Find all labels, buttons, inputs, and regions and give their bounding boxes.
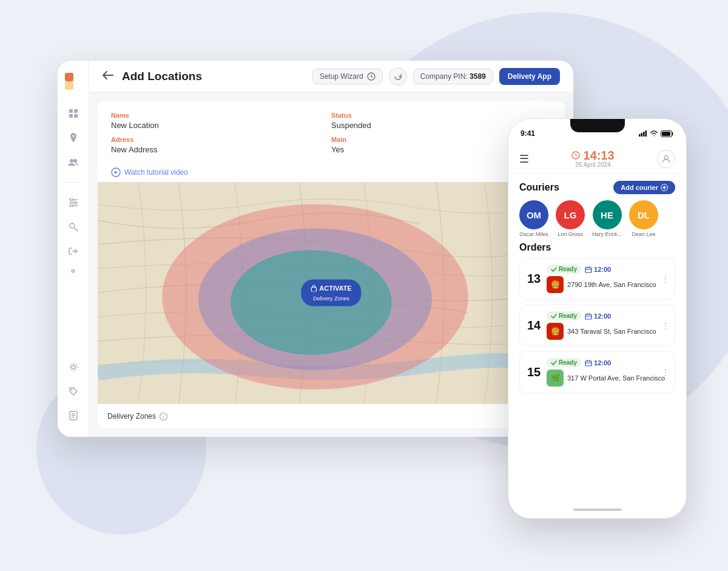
add-courier-button[interactable]: Add courier (613, 181, 675, 194)
courier-name-he: Hary Erick... (592, 231, 622, 237)
home-indicator (573, 508, 622, 511)
ready-label-15: Ready (559, 359, 577, 366)
couriers-header: Couriers Add courier (519, 181, 675, 194)
time-badge-14: 12:00 (585, 313, 611, 320)
header-actions: Setup Wizard Company PIN: 3589 Delivety … (312, 67, 560, 86)
courier-item[interactable]: OM Oscar Miles (519, 200, 548, 237)
sidebar-icon-book[interactable] (63, 405, 84, 426)
order-address-14: 343 Taraval St, San Francisco (567, 328, 656, 335)
tablet-main: Add Locations Setup Wizard Company PIN: … (89, 61, 573, 437)
order-address-15: 317 W Portal Ave, San Francisco (567, 374, 665, 382)
svg-rect-26 (645, 130, 647, 137)
battery-icon (661, 130, 674, 137)
sidebar-icon-people[interactable] (63, 152, 84, 172)
ready-badge-13: Ready (547, 265, 581, 274)
svg-rect-1 (65, 81, 73, 90)
order-more-13[interactable]: ⋮ (661, 274, 670, 284)
back-button[interactable] (103, 71, 113, 82)
courier-name-dl: Dean Lee (632, 231, 655, 237)
order-card-13[interactable]: 13 Ready 12:00 🍔 2790 19th Ave, San Fran… (519, 258, 675, 300)
phone-time-display: 14:13 26 April 2024 (571, 149, 614, 168)
order-card-14[interactable]: 14 Ready 12:00 🍔 343 Taraval St, San Fra… (519, 305, 675, 346)
page-title: Add Locations (122, 70, 304, 83)
delivery-app-button[interactable]: Delivety App (499, 68, 560, 85)
tablet-header: Add Locations Setup Wizard Company PIN: … (89, 61, 573, 92)
add-courier-label: Add courier (621, 184, 658, 191)
svg-point-11 (70, 223, 75, 228)
pin-label: Company PIN: (420, 72, 468, 81)
courier-avatar-lg: LG (556, 200, 585, 229)
orders-title: Orders (519, 242, 675, 253)
svg-rect-3 (74, 109, 78, 113)
watch-tutorial-link[interactable]: Watch tutorial video (98, 166, 565, 182)
tablet: Add Locations Setup Wizard Company PIN: … (58, 61, 573, 437)
courier-avatar-om: OM (519, 200, 548, 229)
couriers-list: OM Oscar Miles LG Lori Gross HE Hary Eri… (519, 200, 675, 237)
order-info-14: Ready 12:00 🍔 343 Taraval St, San Franci… (547, 311, 667, 340)
svg-rect-28 (662, 132, 670, 136)
clock-icon (571, 151, 580, 160)
activate-delivery-zones-button[interactable]: ACTIVATE Delivery Zones (301, 279, 361, 306)
courier-item-dl[interactable]: DL Dean Lee (629, 200, 658, 237)
address-value: New Address (111, 145, 331, 154)
order-more-15[interactable]: ⋮ (661, 368, 670, 377)
svg-point-10 (70, 204, 73, 207)
sidebar-icon-settings[interactable] (63, 357, 84, 377)
order-info-13: Ready 12:00 🍔 2790 19th Ave, San Francis… (547, 265, 667, 293)
svg-rect-4 (69, 114, 73, 118)
order-icon-14: 🍔 (547, 323, 564, 340)
wizard-label: Setup Wizard (320, 72, 363, 81)
phone-bottom-bar (508, 501, 686, 518)
sidebar-icon-key[interactable] (63, 217, 84, 237)
phone-date: 26 April 2024 (571, 161, 614, 168)
svg-rect-23 (639, 134, 641, 137)
delivery-zones-text: Delivery Zones (107, 412, 156, 421)
sidebar-icon-exit[interactable] (63, 241, 84, 262)
name-value: New Location (111, 121, 331, 130)
time-label-13: 12:00 (594, 266, 611, 273)
svg-point-9 (74, 201, 76, 204)
order-icon-15: 🌿 (547, 370, 564, 387)
courier-avatar-he: HE (593, 200, 622, 229)
name-field: Name New Location (111, 112, 331, 136)
order-number-13: 13 (527, 272, 542, 286)
svg-rect-2 (69, 109, 73, 113)
phone-header: ☰ 14:13 26 April 2024 (508, 143, 686, 174)
svg-rect-5 (74, 114, 78, 118)
sidebar-divider (65, 182, 82, 183)
user-avatar[interactable] (657, 150, 675, 168)
tutorial-label: Watch tutorial video (124, 168, 188, 177)
time-badge-13: 12:00 (585, 266, 611, 273)
tablet-content: Name New Location Status Suspended Adres… (98, 101, 565, 428)
order-bottom-13: 🍔 2790 19th Ave, San Francisco (547, 276, 667, 293)
map-area: ACTIVATE Delivery Zones (98, 182, 565, 404)
setup-wizard-button[interactable]: Setup Wizard (312, 69, 383, 84)
order-more-14[interactable]: ⋮ (661, 321, 670, 331)
sidebar-icon-tag[interactable] (63, 381, 84, 402)
svg-point-8 (70, 198, 73, 201)
courier-item-lg[interactable]: LG Lori Gross (556, 200, 585, 237)
svg-point-6 (70, 159, 73, 163)
time-badge-15: 12:00 (585, 359, 611, 367)
couriers-section: Couriers Add courier OM Oscar Miles LG L… (508, 174, 686, 242)
sidebar-icon-grid[interactable] (63, 103, 84, 124)
order-bottom-15: 🌿 317 W Portal Ave, San Francisco (547, 370, 667, 387)
svg-rect-21 (311, 288, 316, 292)
order-card-15[interactable]: 15 Ready 12:00 🌿 317 W Portal Ave, San F… (519, 351, 675, 393)
svg-rect-24 (641, 133, 643, 137)
status-label: Status (331, 112, 551, 119)
sidebar-icon-location[interactable] (63, 127, 84, 148)
sidebar-icon-sliders[interactable] (63, 192, 84, 213)
courier-item-he[interactable]: HE Hary Erick... (592, 200, 622, 237)
phone-notch (570, 119, 625, 132)
name-label: Name (111, 112, 331, 119)
svg-point-12 (72, 365, 75, 369)
svg-rect-0 (65, 73, 73, 81)
refresh-button[interactable] (389, 67, 407, 86)
svg-rect-25 (643, 132, 645, 137)
svg-point-30 (664, 155, 668, 159)
hamburger-menu[interactable]: ☰ (519, 152, 529, 166)
courier-name-om: Oscar Miles (519, 231, 548, 237)
phone-time-big: 14:13 (583, 149, 614, 161)
couriers-title: Couriers (519, 182, 559, 193)
